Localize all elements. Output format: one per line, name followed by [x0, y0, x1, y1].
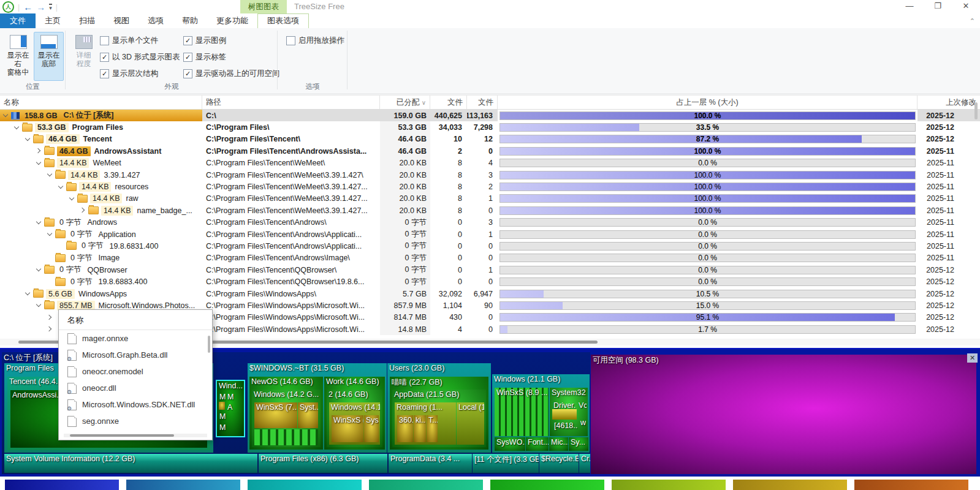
expander-icon[interactable]: [36, 219, 42, 226]
expander-icon[interactable]: [36, 148, 42, 154]
treemap-block-tile-m2[interactable]: M: [226, 392, 234, 402]
treemap-block-sy[interactable]: Sy...: [569, 437, 588, 451]
expander-icon[interactable]: [58, 184, 64, 190]
scrollbar-thumb[interactable]: [974, 102, 978, 119]
expander-icon[interactable]: [25, 290, 31, 297]
expander-icon[interactable]: [36, 266, 42, 273]
column-header-path[interactable]: 路径: [202, 96, 380, 109]
table-row[interactable]: 5.6 GBWindowsAppsC:\Program Files\Window…: [0, 288, 980, 300]
treemap-block-newos-tiles[interactable]: [254, 429, 318, 445]
treemap-block-dir-360[interactable]: 360...: [397, 415, 413, 442]
column-header-folders[interactable]: 文件夹: [467, 96, 498, 109]
treemap-block-fonts[interactable]: Font...: [526, 437, 549, 451]
treemap-close-icon[interactable]: ✕: [967, 353, 978, 363]
treemap-block-driver[interactable]: Driver...: [552, 401, 576, 409]
checkbox-show-single-files[interactable]: 显示单个文件: [100, 36, 158, 46]
treemap-block-tile-a[interactable]: A: [226, 402, 233, 411]
tab-scan[interactable]: 扫描: [70, 13, 104, 28]
table-row[interactable]: 14.4 KBWeMeetC:\Program Files\Tencent\We…: [0, 157, 980, 169]
treemap-block-program-files-x86[interactable]: Program Files (x86) (6.3 GB): [259, 454, 387, 473]
column-header-allocated[interactable]: 已分配 ∨: [380, 96, 430, 109]
expander-icon[interactable]: [36, 302, 42, 309]
expander-icon[interactable]: [69, 195, 75, 202]
table-row[interactable]: 0 字节19.8.6883.400C:\Program Files\Tencen…: [0, 276, 980, 287]
popup-file-item[interactable]: oneocr.dll: [59, 380, 212, 396]
expander-icon[interactable]: [47, 231, 53, 238]
treemap-block-dir-4618[interactable]: [4618...: [552, 421, 578, 431]
treemap-block-mic[interactable]: Mic...: [549, 437, 568, 451]
minimize-button[interactable]: —: [895, 0, 924, 13]
table-row[interactable]: 158.8 GBC:\ 位于 [系统]C:\159.0 GB440,625113…: [0, 110, 980, 121]
show-in-right-pane-button[interactable]: 显示在右 窗格中: [3, 32, 33, 81]
treemap-block-winsxs-89[interactable]: WinSxS (8.9 ...: [495, 388, 549, 436]
tab-home[interactable]: 主页: [36, 13, 70, 28]
table-row[interactable]: 14.4 KBname_badge_...C:\Program Files\Te…: [0, 205, 980, 216]
treemap-block-dir-ki[interactable]: ki...: [414, 415, 426, 442]
treemap-block-driver-block[interactable]: [552, 409, 577, 420]
app-logo-icon[interactable]: 人: [2, 1, 14, 13]
customize-toolbar-icon[interactable]: ▾: [49, 4, 52, 10]
treemap-block-vc[interactable]: Vc: [577, 401, 587, 409]
popup-horizontal-scrollbar[interactable]: [64, 434, 207, 437]
table-row[interactable]: 46.4 GBAndrowsAssistantC:\Program Files\…: [0, 145, 980, 157]
treemap-block-syswow[interactable]: SysWO...: [495, 437, 525, 451]
treemap-block-tile-m3[interactable]: M: [218, 412, 226, 421]
treemap-block-work-sys[interactable]: Sys...: [364, 415, 379, 442]
tab-view[interactable]: 视图: [104, 13, 139, 28]
checkbox-show-free-space[interactable]: ✓ 显示驱动器上的可用空间: [183, 69, 280, 79]
expander-icon[interactable]: [47, 172, 53, 178]
popup-vertical-scrollbar[interactable]: [208, 336, 210, 353]
collapse-ribbon-icon[interactable]: ⌃: [970, 17, 975, 25]
table-row[interactable]: 0 字节AndrowsC:\Program Files\Tencent\Andr…: [0, 217, 980, 228]
table-row[interactable]: 0 字节19.8.6831.400C:\Program Files\Tencen…: [0, 240, 980, 252]
popup-file-item[interactable]: oneocr.onemodel: [59, 363, 212, 380]
expander-icon[interactable]: [25, 136, 31, 143]
table-row[interactable]: 14.4 KBrawC:\Program Files\Tencent\WeMee…: [0, 193, 980, 205]
popup-file-item[interactable]: Microsoft.Windows.SDK.NET.dll: [59, 396, 212, 413]
table-row[interactable]: 0 字节QQBrowserC:\Program Files\Tencent\QQ…: [0, 264, 980, 276]
expander-icon[interactable]: [47, 326, 53, 333]
column-header-name[interactable]: 名称: [0, 96, 202, 109]
tab-options[interactable]: 选项: [139, 13, 173, 28]
expander-icon[interactable]: [2, 112, 9, 119]
treemap-block-programdata[interactable]: ProgramData (3.4 ...: [389, 454, 472, 473]
restore-button[interactable]: ❐: [924, 0, 952, 13]
tab-more-features[interactable]: 更多功能: [207, 13, 257, 28]
tab-file[interactable]: 文件: [0, 13, 36, 28]
table-row[interactable]: 46.4 GBTencentC:\Program Files\Tencent\4…: [0, 134, 980, 145]
checkbox-show-legend[interactable]: ✓ 显示图例: [183, 36, 226, 46]
column-header-percent-of-parent[interactable]: 占上一层 % (大小): [498, 96, 917, 109]
treemap-block-newos-syst[interactable]: Syst...: [298, 402, 318, 428]
tab-help[interactable]: 帮助: [173, 13, 207, 28]
checkbox-3d-chart[interactable]: ✓ 以 3D 形式显示图表: [100, 52, 180, 62]
show-at-bottom-button[interactable]: 显示在 底部: [34, 32, 64, 81]
detail-level-button[interactable]: 详细 程度: [69, 32, 99, 81]
table-row[interactable]: 14.4 KBresourcesC:\Program Files\Tencent…: [0, 181, 980, 192]
checkbox-enable-drag-drop[interactable]: 启用拖放操作: [286, 36, 344, 46]
treemap-block-tile-m4[interactable]: M: [218, 423, 226, 432]
popup-file-item[interactable]: mager.onnxe: [59, 330, 212, 347]
checkbox-show-labels[interactable]: ✓ 显示标签: [183, 52, 226, 62]
treemap-block-dir-w[interactable]: w: [579, 418, 586, 426]
treemap-block-files-11[interactable]: [11 个文件] (3.3 GB): [473, 454, 539, 473]
treemap-block-dir-t[interactable]: T...: [427, 415, 438, 442]
table-row[interactable]: 0 字节ApplicationC:\Program Files\Tencent\…: [0, 228, 980, 240]
close-button[interactable]: ✕: [952, 0, 980, 13]
forward-icon[interactable]: →: [36, 2, 45, 12]
back-icon[interactable]: ←: [23, 2, 32, 12]
column-header-last-modified[interactable]: 上次修改: [917, 96, 980, 109]
checkbox-show-hierarchy[interactable]: ✓ 显示层次结构: [100, 69, 158, 79]
treemap-block-local[interactable]: Local (10.6 ...: [457, 402, 484, 445]
table-row[interactable]: 14.4 KB3.39.1.427C:\Program Files\Tencen…: [0, 169, 980, 181]
treemap-block-newos-winsxs[interactable]: WinSxS (7....: [254, 402, 297, 428]
treemap-block-work-winsxs[interactable]: WinSxS (7...: [332, 415, 363, 442]
table-row[interactable]: 53.3 GBProgram FilesC:\Program Files\53.…: [0, 121, 980, 133]
treemap-block-system-volume-information[interactable]: System Volume Information (12.2 GB): [4, 454, 257, 473]
scrollbar-thumb[interactable]: [70, 434, 174, 437]
treemap-block-recycle-bin[interactable]: $Recycle.B...: [539, 454, 579, 473]
treemap-block-cr[interactable]: Cr...: [579, 454, 590, 473]
expander-icon[interactable]: [13, 124, 20, 131]
column-header-files[interactable]: 文件: [430, 96, 467, 109]
expander-icon[interactable]: [80, 207, 86, 214]
treemap-block-tile-m1[interactable]: M: [218, 392, 226, 402]
